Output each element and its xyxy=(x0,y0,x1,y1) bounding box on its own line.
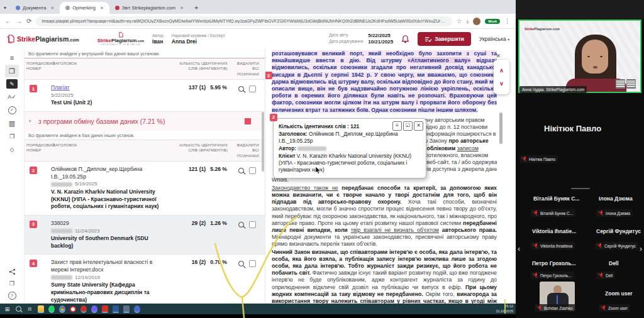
browser-tab-documents[interactable]: Документа ✕ xyxy=(10,2,60,14)
app-logo[interactable]: StrikePlagiarism.com xyxy=(6,35,79,44)
text-check-icon[interactable]: A✓ xyxy=(5,90,19,103)
annotate-pencil-icon[interactable]: ✎ xyxy=(6,79,18,89)
whatsapp-icon[interactable] xyxy=(48,305,55,313)
reload-icon[interactable]: ⟳ xyxy=(26,18,31,25)
close-icon[interactable]: ✕ xyxy=(414,121,423,131)
system-tray-clock[interactable]: 15:12 21.10.2025 xyxy=(496,304,516,313)
source-title[interactable]: Захист прав інтелектуальної власності в … xyxy=(51,259,164,273)
search-icon[interactable] xyxy=(238,86,244,92)
opera-icon[interactable] xyxy=(70,306,76,312)
participant-label: Bohdan Zashko xyxy=(535,304,575,312)
browser-red-icon[interactable] xyxy=(80,305,87,313)
start-button[interactable]: ⊞ xyxy=(4,305,11,312)
notifications-bell-icon[interactable] xyxy=(401,35,409,43)
layout-columns-icon[interactable]: ▥ xyxy=(5,117,19,129)
source-title-cell: Олійников П._Диплом_кер.Щербина І.В._19.… xyxy=(51,166,168,211)
back-icon[interactable]: ← xyxy=(5,18,11,25)
report-date-label: Дата звіту xyxy=(329,33,363,38)
browser-tab-report[interactable]: Звіт Strikeplagiarism.com ✕ xyxy=(109,2,189,14)
finish-label: Завершити xyxy=(435,36,464,42)
tab-close-icon[interactable]: ✕ xyxy=(50,6,54,11)
document-paragraph: Законодавство також не передбачає способ… xyxy=(272,185,497,248)
gallery-next-icon[interactable]: › xyxy=(640,244,642,253)
teams-icon[interactable] xyxy=(134,305,140,313)
accept-fragment-icon[interactable]: ≡ xyxy=(392,121,402,131)
zoom-participants-panel: StrikePlagiarism.com Анна Чудак. StrikeP… xyxy=(516,0,644,318)
source-number-badge: 4 xyxy=(30,260,37,267)
document-scrollbar[interactable] xyxy=(499,112,502,144)
checkbox-icon[interactable]: ☑ xyxy=(403,121,413,131)
source-checkbox[interactable] xyxy=(249,221,256,228)
source-checkbox[interactable] xyxy=(249,260,256,267)
source-title[interactable]: Олійников П._Диплом_кер.Щербина І.В._19.… xyxy=(51,166,164,180)
other-db-note: Всі фрагменти знайдені в базі даних інши… xyxy=(25,131,265,140)
source-title-link[interactable]: Плагіат xyxy=(51,84,164,92)
language-value: Українська xyxy=(479,36,506,42)
browser-menu-icon[interactable]: ⋮ xyxy=(504,18,511,25)
tab-search-caret-icon[interactable]: ▾ xyxy=(4,5,6,11)
sources-pages-icon[interactable]: ❐ xyxy=(5,65,19,77)
browser-tab-bar: ▾ Документа ✕ Opmerking ✕ Звіт Strikepla… xyxy=(0,0,516,14)
participant-label: Zoom user xyxy=(599,304,630,312)
chrome-icon[interactable] xyxy=(59,305,65,313)
share-icon[interactable] xyxy=(9,268,16,275)
finish-button[interactable]: Завершити xyxy=(418,32,471,46)
tag-icon[interactable]: ◇ xyxy=(5,143,19,156)
profile-avatar[interactable] xyxy=(473,18,480,25)
search-icon[interactable] xyxy=(238,168,244,173)
col-count: КІЛЬКІСТЬ ІДЕНТИЧНИХ СЛІВ (ФРАГМЕНТІВ) xyxy=(168,61,230,77)
browser-tab-opmerking[interactable]: Opmerking ✕ xyxy=(60,2,109,14)
window-icon[interactable]: ❐ xyxy=(5,277,19,290)
source-count: 121 (1)5.26 % xyxy=(168,166,230,211)
section-db-exchange[interactable]: + з програми обміну базами даних (7.21 %… xyxy=(25,112,265,131)
tab-close-icon[interactable]: ✕ xyxy=(180,6,184,11)
downloads-icon[interactable]: ⤓ xyxy=(467,19,469,24)
fragment-badge[interactable]: 2 xyxy=(265,72,272,79)
sources-scrollbar[interactable] xyxy=(262,112,264,172)
search-icon[interactable] xyxy=(238,222,244,228)
app-gray-icon[interactable] xyxy=(123,305,130,313)
speaker-video-tile[interactable]: StrikePlagiarism.com xyxy=(518,19,641,93)
tab-close-icon[interactable]: ✕ xyxy=(100,6,104,11)
help-icon[interactable]: ? xyxy=(8,292,16,300)
source-count: 29 (2)1.26 % xyxy=(168,220,230,250)
source-checkbox[interactable] xyxy=(249,85,256,92)
forward-icon[interactable]: → xyxy=(16,18,22,25)
search-icon[interactable] xyxy=(238,261,244,266)
table-row: 1 Плагіат 5/22/2025 Test Uni (Unit 2) 13… xyxy=(25,80,265,112)
tab-label: Opmerking xyxy=(72,5,96,11)
redacted-author xyxy=(297,146,326,151)
edit-date-value: 10/21/2025 xyxy=(368,40,393,45)
source-checkbox[interactable] xyxy=(249,167,256,174)
clock-date: 21.10.2025 xyxy=(496,309,513,314)
bookmark-star-icon[interactable]: ☆ xyxy=(457,18,462,25)
viber-icon[interactable] xyxy=(91,305,97,313)
new-tab-button[interactable]: + xyxy=(194,4,198,11)
chevron-up-icon[interactable]: ∧ xyxy=(499,67,504,74)
report-date-value: 5/22/2025 xyxy=(368,33,393,38)
comment-icon[interactable]: ❒ xyxy=(5,130,19,143)
menu-icon[interactable]: ≡ xyxy=(5,52,19,64)
participant-label: Сергій Фундитус xyxy=(595,242,638,249)
redacted-author xyxy=(51,182,72,187)
gallery-divider[interactable] xyxy=(571,188,590,189)
profile-badge[interactable]: Work xyxy=(485,19,500,24)
source-actions xyxy=(230,84,261,107)
word-icon[interactable] xyxy=(113,305,119,313)
source-title[interactable]: 338029 xyxy=(51,220,164,228)
file-explorer-icon[interactable] xyxy=(38,305,44,313)
close-icon[interactable]: ✕ xyxy=(496,53,501,59)
participant-display-name: Ілона Дзюма xyxy=(599,195,633,202)
acrobat-icon[interactable] xyxy=(102,305,108,313)
url-text: lmsapi.plagiat.pl/report?language=nl&aut… xyxy=(42,19,446,23)
task-view-icon[interactable]: ⊟ xyxy=(26,305,33,312)
gallery-prev-icon[interactable]: ‹ xyxy=(518,244,520,253)
approve-check-icon[interactable]: ✓ xyxy=(5,104,19,116)
chevron-down-icon[interactable]: ∨ xyxy=(499,80,504,87)
taskbar-search-icon[interactable] xyxy=(15,305,22,312)
language-selector[interactable]: Українська ▾ xyxy=(479,36,509,42)
fragment-badge[interactable]: 2 xyxy=(270,114,277,121)
clock-time: 15:12 xyxy=(496,304,513,309)
url-field[interactable]: lmsapi.plagiat.pl/report?language=nl&aut… xyxy=(36,16,452,26)
participant-label: Петро Грохоль... xyxy=(531,271,574,279)
